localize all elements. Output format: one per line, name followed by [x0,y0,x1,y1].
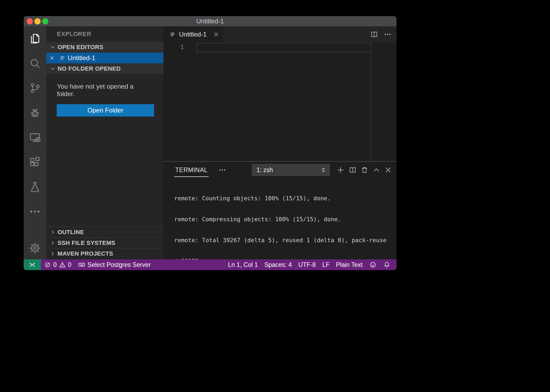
files-icon [29,32,41,45]
postgres-server-icon [78,261,85,268]
open-editor-item-label: Untitled-1 [68,54,95,62]
panel-header: TERMINAL 1: zsh [163,162,397,178]
activity-more-button[interactable] [24,199,46,224]
warning-icon [59,261,66,268]
file-lines-icon [59,55,66,61]
terminal-line: remote: Counting objects: 100% (15/15), … [174,195,391,202]
activity-search-button[interactable] [24,51,46,76]
status-bar: 0 0 Select Postgres Server Ln 1, Col 1 S… [24,259,397,270]
feedback-smiley-item[interactable] [366,259,380,270]
beaker-icon [29,181,41,193]
minimap-separator [371,42,371,161]
panel-tab-terminal[interactable]: TERMINAL [174,163,209,177]
close-icon[interactable] [46,55,58,61]
split-terminal-icon[interactable] [349,166,357,174]
activity-explorer-button[interactable] [24,26,46,51]
postgres-server-label: Select Postgres Server [88,261,151,268]
tab-untitled-1[interactable]: Untitled-1 [163,26,223,42]
terminal-line: remote: Total 39267 (delta 5), reused 1 … [174,237,391,244]
gear-icon [29,242,41,254]
code-editor[interactable]: 1 [163,42,397,161]
activity-settings-button[interactable] [24,237,46,259]
editor-actions [370,26,397,42]
outline-label: OUTLINE [58,229,84,236]
eol-item[interactable]: LF [319,259,333,270]
sidebar-title: EXPLORER [46,26,163,42]
bug-icon [29,107,41,119]
close-icon[interactable] [213,31,219,38]
maximize-panel-icon[interactable] [372,166,380,174]
select-updown-icon [320,166,327,173]
activity-bar [24,26,46,259]
open-folder-button[interactable]: Open Folder [57,104,154,117]
git-branch-icon [29,82,41,94]
no-folder-opened-header[interactable]: NO FOLDER OPENED [46,63,163,74]
activity-extensions-button[interactable] [24,150,46,175]
chevron-down-icon [49,44,56,50]
sidebar-explorer: EXPLORER OPEN EDITORS Untitled-1 [46,26,163,259]
cursor-position-item[interactable]: Ln 1, Col 1 [225,259,261,270]
extensions-icon [29,156,41,168]
bottom-panel: TERMINAL 1: zsh [163,161,397,259]
new-terminal-icon[interactable] [336,166,345,174]
titlebar: Untitled-1 [24,16,397,26]
activity-debug-button[interactable] [24,100,46,125]
split-editor-icon[interactable] [370,30,378,38]
open-editors-header[interactable]: OPEN EDITORS [46,42,163,53]
chevron-right-icon [49,229,56,235]
smiley-icon [369,261,377,268]
panel-more-icon[interactable] [218,166,226,174]
warning-count: 0 [68,261,72,268]
activity-source-control-button[interactable] [24,76,46,100]
sidebar-bottom-sections: OUTLINE SSH FILE SYSTEMS MAVEN PROJECTS [46,227,163,259]
indentation-item[interactable]: Spaces: 4 [261,259,295,270]
search-icon [29,57,41,70]
window-title: Untitled-1 [24,17,397,25]
ssh-file-systems-label: SSH FILE SYSTEMS [58,239,115,246]
notifications-bell-item[interactable] [380,259,394,270]
chevron-right-icon [49,240,56,246]
chevron-down-icon [49,66,56,72]
editor-region: Untitled-1 1 [163,26,397,259]
terminal-line: remote: Compressing objects: 100% (15/15… [174,216,391,223]
ellipsis-icon [29,205,41,218]
status-bar-right: Ln 1, Col 1 Spaces: 4 UTF-8 LF Plain Tex… [225,259,397,270]
open-editor-item-untitled-1[interactable]: Untitled-1 [46,53,163,63]
chevron-right-icon [49,251,56,257]
terminal-shell-value: 1: zsh [256,166,320,174]
file-lines-icon [169,31,176,38]
tab-label: Untitled-1 [179,31,210,38]
terminal-shell-select[interactable]: 1: zsh [252,164,330,176]
activity-testing-button[interactable] [24,175,46,199]
problems-item[interactable]: 0 0 [41,259,75,270]
terminal-output[interactable]: remote: Counting objects: 100% (15/15), … [163,178,397,259]
sidebar-section-outline[interactable]: OUTLINE [46,227,163,237]
remote-monitor-icon [29,131,41,144]
close-panel-icon[interactable] [384,166,392,174]
kill-terminal-trash-icon[interactable] [360,166,369,174]
line-number: 1 [163,42,186,52]
remote-icon [28,261,36,268]
bell-icon [383,261,391,268]
encoding-item[interactable]: UTF-8 [295,259,319,270]
tab-bar: Untitled-1 [163,26,397,42]
remote-indicator[interactable] [24,259,41,270]
more-actions-icon[interactable] [384,30,392,38]
current-line-highlight [197,43,371,52]
error-icon [44,261,51,268]
no-folder-message: You have not yet opened a folder. [57,83,153,98]
problems-status[interactable]: 0 0 Select Postgres Server [41,259,154,270]
sidebar-section-ssh-file-systems[interactable]: SSH FILE SYSTEMS [46,237,163,248]
window-body: EXPLORER OPEN EDITORS Untitled-1 [24,26,397,259]
language-mode-item[interactable]: Plain Text [333,259,366,270]
maven-projects-label: MAVEN PROJECTS [58,250,113,257]
postgres-server-item[interactable]: Select Postgres Server [75,259,154,270]
error-count: 0 [53,261,57,268]
sidebar-section-maven-projects[interactable]: MAVEN PROJECTS [46,248,163,259]
vscode-window: Untitled-1 [24,16,397,270]
no-folder-opened-label: NO FOLDER OPENED [58,65,121,72]
open-editors-label: OPEN EDITORS [58,44,103,51]
panel-actions: 1: zsh [252,164,392,176]
activity-remote-explorer-button[interactable] [24,125,46,150]
